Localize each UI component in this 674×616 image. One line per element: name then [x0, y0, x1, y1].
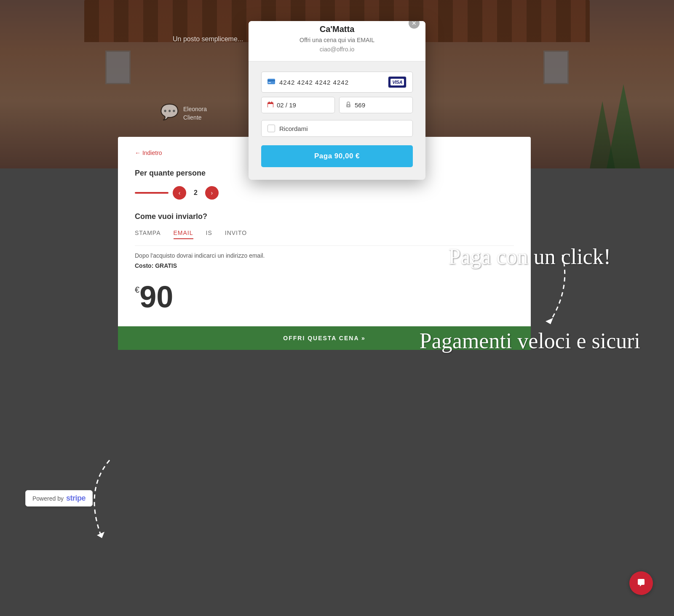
price-currency: € — [135, 285, 139, 295]
card-icon — [267, 78, 275, 86]
lock-icon — [345, 101, 351, 109]
bg-chat-icon: 💬 — [160, 103, 179, 121]
tab-stampa[interactable]: STAMPA — [135, 229, 161, 239]
visa-text: VISA — [390, 79, 404, 85]
cvc-field[interactable]: 569 — [339, 97, 413, 113]
counter-value: 2 — [190, 189, 201, 197]
bg-description-left: Un posto sempliceme... — [173, 34, 243, 45]
persons-counter-row: ‹ 2 › — [135, 186, 514, 200]
bg-user-name: Eleonora — [183, 105, 207, 114]
card-details-row: 02 / 19 569 — [261, 97, 413, 113]
modal-email: ciao@offro.io — [261, 46, 413, 53]
come-vuoi-label: Come vuoi inviarlo? — [135, 212, 514, 221]
svg-rect-12 — [271, 101, 272, 103]
stripe-badge: Powered by stripe — [25, 490, 93, 507]
modal-subtitle: Offri una cena qui via EMAIL — [261, 37, 413, 43]
payment-modal: Ca'Matta Offri una cena qui via EMAIL ci… — [249, 21, 425, 180]
visa-badge: VISA — [388, 76, 407, 88]
bg-user-role: Cliente — [183, 114, 207, 122]
expiry-field[interactable]: 02 / 19 — [261, 97, 335, 113]
tab-is[interactable]: IS — [206, 229, 212, 239]
remember-checkbox[interactable] — [267, 125, 275, 132]
modal-title: Ca'Matta — [261, 24, 413, 34]
svg-point-14 — [348, 105, 349, 107]
lock-svg-icon — [345, 101, 351, 107]
modal-header: Ca'Matta Offri una cena qui via EMAIL ci… — [249, 21, 425, 61]
stripe-logo: stripe — [66, 494, 86, 503]
svg-rect-10 — [268, 104, 273, 107]
tab-invito[interactable]: INVITO — [225, 229, 247, 239]
modal-body: 4242 4242 4242 4242 VISA — [249, 61, 425, 167]
offer-cena-button[interactable]: OFFRI QUESTA CENA » — [118, 326, 531, 350]
card-number-text: 4242 4242 4242 4242 — [279, 79, 384, 86]
price-value: 90 — [139, 282, 173, 312]
cost-label: Costo: GRATIS — [135, 262, 514, 269]
tab-description: Dopo l'acquisto dovrai indicarci un indi… — [135, 252, 514, 259]
powered-by-text: Powered by — [32, 495, 64, 502]
credit-card-icon — [267, 79, 275, 84]
remember-label: Ricordami — [279, 125, 308, 132]
slider-track — [135, 192, 168, 194]
svg-rect-6 — [267, 80, 275, 81]
bg-user-info: Eleonora Cliente — [183, 105, 207, 122]
calendar-svg-icon — [267, 101, 273, 107]
delivery-tabs: STAMPA EMAIL IS INVITO — [135, 229, 514, 246]
counter-decrement[interactable]: ‹ — [173, 186, 186, 200]
card-number-field[interactable]: 4242 4242 4242 4242 VISA — [261, 72, 413, 93]
calendar-icon — [267, 101, 273, 109]
chat-bubble-icon — [636, 578, 646, 588]
counter-increment[interactable]: › — [205, 186, 219, 200]
pay-button-label: Paga 90,00 € — [314, 152, 360, 160]
tab-email[interactable]: EMAIL — [174, 229, 193, 239]
expiry-text: 02 / 19 — [277, 101, 296, 109]
cvc-text: 569 — [355, 101, 365, 109]
chat-button[interactable] — [629, 571, 653, 595]
pay-button[interactable]: Paga 90,00 € — [261, 145, 413, 167]
price-row: € 90 — [135, 282, 514, 312]
svg-rect-7 — [268, 82, 271, 83]
svg-rect-11 — [269, 101, 270, 103]
remember-row[interactable]: Ricordami — [261, 120, 413, 137]
